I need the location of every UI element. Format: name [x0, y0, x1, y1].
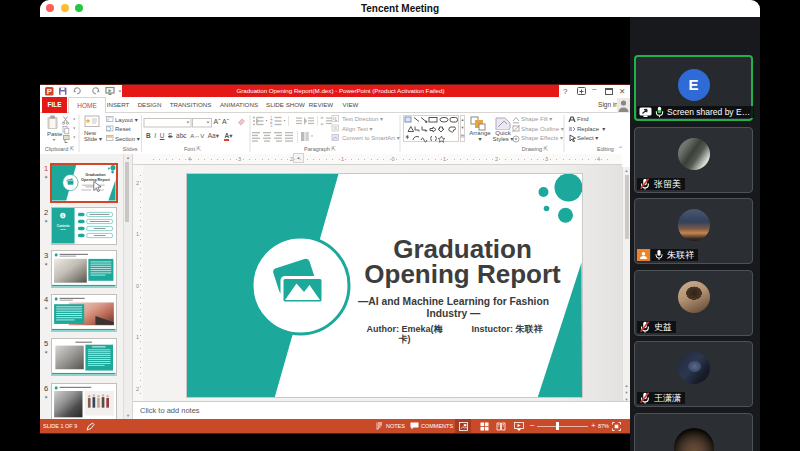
svg-text:Opening Report: Opening Report: [81, 177, 111, 182]
svg-text:P: P: [47, 87, 52, 96]
svg-text:Contents: Contents: [57, 224, 70, 228]
svg-text:3: 3: [270, 123, 273, 128]
